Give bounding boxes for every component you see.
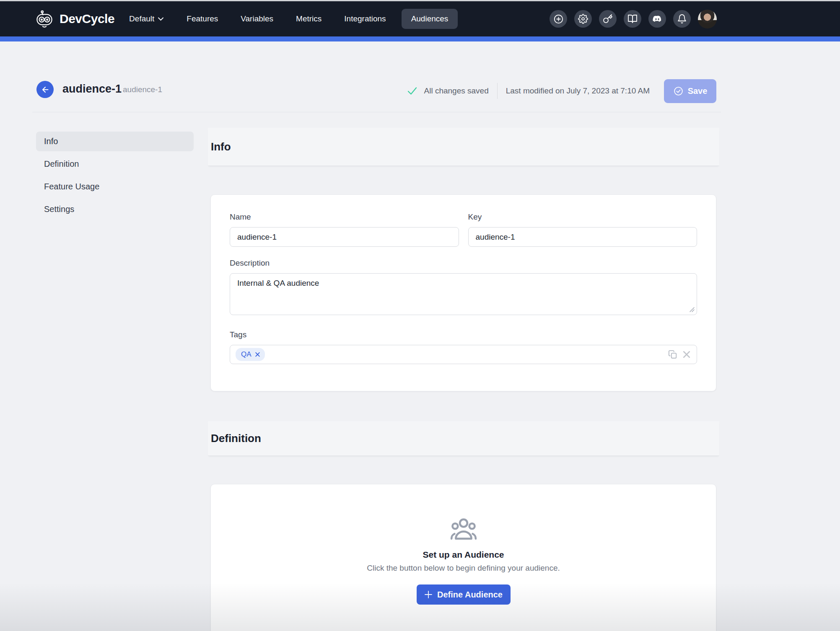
- name-input[interactable]: [230, 227, 459, 247]
- sidebar-item-settings[interactable]: Settings: [36, 199, 194, 219]
- key-label: Key: [468, 212, 697, 222]
- header-actions: All changes saved Last modified on July …: [407, 79, 717, 103]
- save-button[interactable]: Save: [664, 79, 716, 103]
- tags-input-actions: [668, 350, 690, 359]
- info-card: Name Key Description Internal & QA audie…: [210, 194, 716, 391]
- settings-button[interactable]: [574, 10, 592, 28]
- chevron-down-icon: [158, 17, 164, 21]
- info-section-header: Info: [208, 128, 719, 166]
- docs-button[interactable]: [624, 10, 641, 28]
- sidebar-item-feature-usage[interactable]: Feature Usage: [36, 177, 194, 197]
- tags-label: Tags: [230, 330, 697, 339]
- empty-state-title: Set up an Audience: [423, 550, 504, 560]
- name-field-group: Name: [230, 212, 459, 247]
- nav-item-features[interactable]: Features: [187, 14, 218, 23]
- saved-status-label: All changes saved: [424, 86, 489, 96]
- book-open-icon: [627, 14, 638, 24]
- page-title: audience-1: [62, 83, 122, 96]
- add-circle-button[interactable]: [550, 10, 567, 28]
- definition-section-header: Definition: [208, 421, 719, 456]
- user-avatar[interactable]: [698, 10, 717, 28]
- accent-bar: [0, 36, 840, 41]
- header-divider: [32, 112, 721, 112]
- nav-item-integrations[interactable]: Integrations: [344, 14, 386, 23]
- back-button[interactable]: [36, 81, 54, 98]
- nav-item-variables[interactable]: Variables: [241, 14, 273, 23]
- sidebar-item-definition[interactable]: Definition: [36, 154, 194, 174]
- tag-remove-icon[interactable]: [255, 352, 260, 357]
- notifications-button[interactable]: [673, 10, 691, 28]
- definition-card: Set up an Audience Click the button belo…: [210, 484, 716, 631]
- project-selector[interactable]: Default: [129, 14, 164, 23]
- key-icon: [603, 14, 613, 24]
- check-icon: [407, 86, 417, 96]
- clear-tags-icon[interactable]: [683, 351, 690, 358]
- define-audience-button[interactable]: Define Audience: [417, 584, 511, 605]
- nav-item-audiences-active[interactable]: Audiences: [402, 9, 458, 29]
- tag-chip-qa: QA: [236, 348, 265, 361]
- key-input[interactable]: [468, 227, 697, 247]
- brand-name: DevCycle: [60, 12, 114, 26]
- last-modified-label: Last modified on July 7, 2023 at 7:10 AM: [506, 86, 650, 96]
- discord-button[interactable]: [648, 10, 666, 28]
- empty-state-subtitle: Click the button below to begin defining…: [367, 564, 560, 573]
- audience-people-icon: [450, 517, 477, 543]
- copy-icon[interactable]: [668, 350, 677, 359]
- description-field-group: Description Internal & QA audience: [230, 259, 697, 315]
- discord-icon: [652, 13, 663, 24]
- key-field-group: Key: [468, 212, 697, 247]
- check-circle-icon: [673, 86, 684, 96]
- settings-sidebar: Info Definition Feature Usage Settings: [36, 132, 194, 222]
- nav-item-metrics[interactable]: Metrics: [296, 14, 321, 23]
- devcycle-app: DevCycle Default Features Variables Metr…: [0, 0, 840, 631]
- header-divider-vertical: [497, 83, 498, 99]
- description-label: Description: [230, 259, 697, 268]
- page-subtitle: audience-1: [123, 85, 162, 94]
- navbar-icon-buttons: [550, 10, 717, 28]
- description-textarea[interactable]: Internal & QA audience: [230, 273, 697, 315]
- devcycle-logo[interactable]: DevCycle: [35, 10, 114, 28]
- top-navbar: DevCycle Default Features Variables Metr…: [0, 1, 840, 36]
- gear-icon: [578, 14, 588, 24]
- plus-icon: [424, 590, 433, 599]
- saved-status: All changes saved: [407, 86, 489, 96]
- tags-input[interactable]: QA: [230, 345, 697, 364]
- nav-links: Default Features Variables Metrics Integ…: [129, 14, 386, 23]
- api-keys-button[interactable]: [599, 10, 617, 28]
- arrow-left-icon: [41, 85, 50, 94]
- name-key-row: Name Key: [230, 212, 697, 247]
- bell-icon: [677, 14, 687, 24]
- sidebar-item-info[interactable]: Info: [36, 132, 194, 151]
- plus-circle-icon: [553, 14, 564, 24]
- resize-handle-icon[interactable]: [689, 307, 695, 312]
- robot-logo-icon: [35, 10, 54, 28]
- tags-field-group: Tags QA: [230, 330, 697, 364]
- name-label: Name: [230, 212, 459, 222]
